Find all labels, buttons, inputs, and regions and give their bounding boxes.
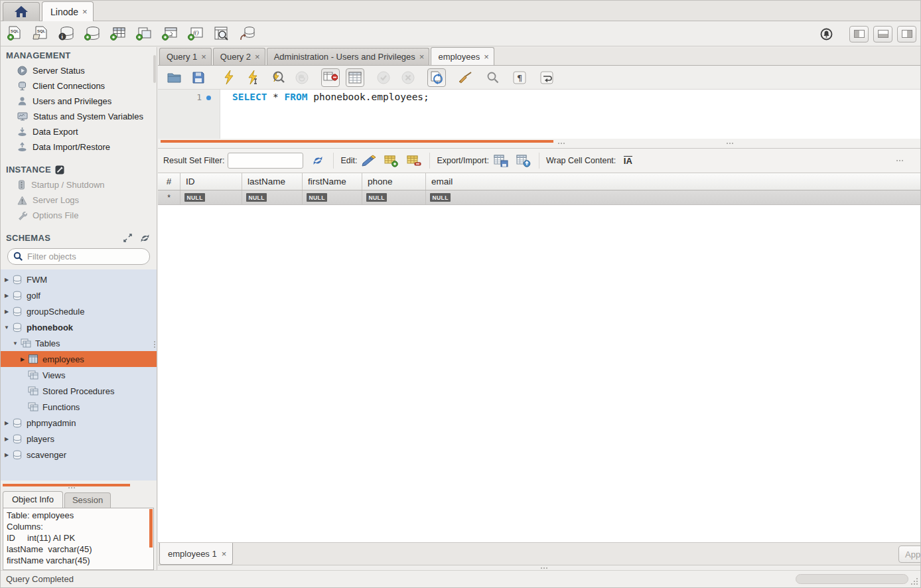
create-view-icon[interactable] bbox=[135, 26, 153, 42]
create-function-icon[interactable]: f() bbox=[187, 26, 204, 42]
toggle-left-sidebar-button[interactable] bbox=[849, 26, 869, 42]
open-file-icon[interactable] bbox=[165, 68, 183, 87]
sidebar-item-options-file[interactable]: Options File bbox=[1, 208, 157, 223]
result-grid-body[interactable] bbox=[158, 205, 920, 542]
toggle-bottom-panel-button[interactable] bbox=[873, 26, 892, 42]
sidebar-item-data-import-restore[interactable]: Data Import/Restore bbox=[1, 139, 157, 155]
cell-email[interactable]: NULL bbox=[426, 190, 920, 204]
wrap-cell-content-icon[interactable]: IA bbox=[619, 153, 636, 169]
tree-item-views-folder[interactable]: Views bbox=[1, 367, 157, 383]
tab-object-info[interactable]: Object Info bbox=[3, 491, 63, 508]
expand-schemas-icon[interactable] bbox=[123, 234, 132, 242]
new-sql-tab-icon[interactable]: SQL bbox=[6, 26, 23, 42]
beautify-icon[interactable] bbox=[456, 68, 474, 87]
open-sql-script-icon[interactable]: SQL bbox=[32, 26, 49, 42]
tab-query-1[interactable]: Query 1 × bbox=[159, 48, 212, 65]
sidebar-item-server-logs[interactable]: Server Logs bbox=[1, 192, 157, 208]
expand-arrow-icon[interactable]: ▶ bbox=[3, 452, 10, 458]
object-info-splitter[interactable] bbox=[1, 480, 157, 490]
create-schema-icon[interactable] bbox=[84, 26, 101, 42]
close-icon[interactable]: × bbox=[484, 52, 489, 62]
tree-item-tables-folder[interactable]: ▼ Tables bbox=[1, 335, 157, 351]
column-header-email[interactable]: email bbox=[426, 173, 920, 190]
cell-id[interactable]: NULL bbox=[180, 190, 242, 204]
tree-item-schema[interactable]: ▶ scavenger bbox=[1, 447, 157, 463]
stop-icon[interactable] bbox=[293, 68, 311, 87]
sidebar-scrollbar[interactable] bbox=[153, 55, 156, 83]
tab-administration[interactable]: Administration - Users and Privileges × bbox=[267, 48, 430, 65]
tree-item-schema[interactable]: ▶ golf bbox=[1, 287, 157, 303]
sidebar-item-data-export[interactable]: Data Export bbox=[1, 124, 157, 139]
tree-item-schema[interactable]: ▶ FWM bbox=[1, 271, 157, 287]
cell-firstname[interactable]: NULL bbox=[303, 190, 362, 204]
toggle-autocommit-icon[interactable] bbox=[427, 68, 446, 87]
expand-arrow-icon[interactable]: ▶ bbox=[19, 356, 26, 362]
sidebar-item-client-connections[interactable]: Client Connections bbox=[1, 78, 157, 94]
tab-query-2[interactable]: Query 2 × bbox=[213, 48, 265, 65]
execute-icon[interactable] bbox=[219, 68, 238, 87]
tree-item-schema[interactable]: ▶ players bbox=[1, 431, 157, 447]
export-recordset-icon[interactable] bbox=[492, 153, 510, 169]
collapse-arrow-icon[interactable]: ▼ bbox=[3, 325, 10, 331]
toggle-stop-on-error-icon[interactable] bbox=[321, 68, 340, 87]
cell-lastname[interactable]: NULL bbox=[242, 190, 303, 204]
window-resize-grip[interactable] bbox=[910, 577, 918, 585]
splitter-grip[interactable] bbox=[68, 487, 75, 488]
home-tab[interactable] bbox=[3, 2, 40, 21]
tab-employees[interactable]: employees × bbox=[431, 47, 494, 65]
reconnect-dbms-icon[interactable] bbox=[239, 26, 256, 42]
tree-item-schema[interactable]: ▶ groupSchedule bbox=[1, 303, 157, 319]
column-header-rownum[interactable]: # bbox=[158, 173, 180, 190]
result-set-filter-input[interactable] bbox=[228, 153, 303, 169]
sidebar-item-status-system-variables[interactable]: Status and System Variables bbox=[1, 109, 157, 124]
execute-current-icon[interactable] bbox=[244, 68, 262, 87]
expand-arrow-icon[interactable]: ▶ bbox=[3, 309, 10, 315]
sidebar-item-users-and-privileges[interactable]: Users and Privileges bbox=[1, 94, 157, 109]
sidebar-item-server-status[interactable]: Server Status bbox=[1, 63, 157, 78]
insert-row-icon[interactable] bbox=[383, 153, 400, 169]
splitter-grip-right[interactable] bbox=[558, 143, 902, 144]
close-icon[interactable]: × bbox=[419, 52, 425, 62]
sql-code-editor[interactable]: 1 SELECT * FROM phonebook.employees; bbox=[158, 90, 920, 139]
tree-item-table-employees[interactable]: ▶ employees bbox=[1, 351, 157, 367]
tree-item-schema-phonebook[interactable]: ▼ phonebook bbox=[1, 319, 157, 335]
sidebar-splitter-grip[interactable] bbox=[154, 341, 155, 348]
refresh-icon[interactable] bbox=[309, 153, 326, 169]
schema-filter-input[interactable] bbox=[27, 252, 127, 261]
footer-splitter-grip[interactable] bbox=[541, 567, 547, 569]
expand-arrow-icon[interactable]: ▶ bbox=[3, 420, 10, 426]
expand-arrow-icon[interactable]: ▶ bbox=[3, 293, 10, 299]
column-header-lastname[interactable]: lastName bbox=[242, 173, 303, 190]
close-icon[interactable]: × bbox=[222, 549, 227, 559]
close-icon[interactable]: × bbox=[201, 52, 206, 62]
apply-button[interactable]: Apply bbox=[898, 546, 921, 563]
wrap-text-icon[interactable] bbox=[537, 68, 556, 87]
column-header-firstname[interactable]: firstName bbox=[303, 173, 362, 190]
object-info-scrollbar[interactable] bbox=[149, 509, 153, 548]
inspect-database-icon[interactable]: i bbox=[58, 26, 75, 42]
limit-rows-icon[interactable] bbox=[346, 68, 364, 87]
notifications-icon[interactable] bbox=[820, 28, 833, 40]
tab-result-employees-1[interactable]: employees 1 × bbox=[159, 543, 233, 565]
search-table-data-icon[interactable] bbox=[213, 26, 230, 42]
create-procedure-icon[interactable] bbox=[161, 26, 178, 42]
expand-arrow-icon[interactable]: ▶ bbox=[3, 436, 10, 442]
column-header-phone[interactable]: phone bbox=[362, 173, 426, 190]
close-icon[interactable]: × bbox=[82, 7, 88, 17]
commit-icon[interactable] bbox=[374, 68, 393, 87]
tab-session[interactable]: Session bbox=[64, 492, 111, 508]
connection-tab-linode[interactable]: Linode × bbox=[42, 1, 94, 21]
toggle-right-sidebar-button[interactable] bbox=[897, 26, 916, 42]
tree-item-schema[interactable]: ▶ phpmyadmin bbox=[1, 415, 157, 431]
tree-item-stored-procedures-folder[interactable]: Stored Procedures bbox=[1, 383, 157, 399]
horizontal-scrollbar[interactable] bbox=[796, 574, 908, 584]
create-table-icon[interactable] bbox=[109, 26, 127, 42]
import-records-icon[interactable] bbox=[515, 153, 532, 169]
show-invisibles-icon[interactable]: ¶ bbox=[510, 68, 529, 87]
sidebar-item-startup-shutdown[interactable]: Startup / Shutdown bbox=[1, 177, 157, 192]
refresh-schemas-icon[interactable] bbox=[140, 234, 150, 243]
column-header-id[interactable]: ID bbox=[180, 173, 242, 190]
toolbar-grip[interactable] bbox=[896, 160, 903, 161]
tree-item-functions-folder[interactable]: Functions bbox=[1, 399, 157, 415]
sql-statement[interactable]: SELECT * FROM phonebook.employees; bbox=[220, 90, 429, 139]
